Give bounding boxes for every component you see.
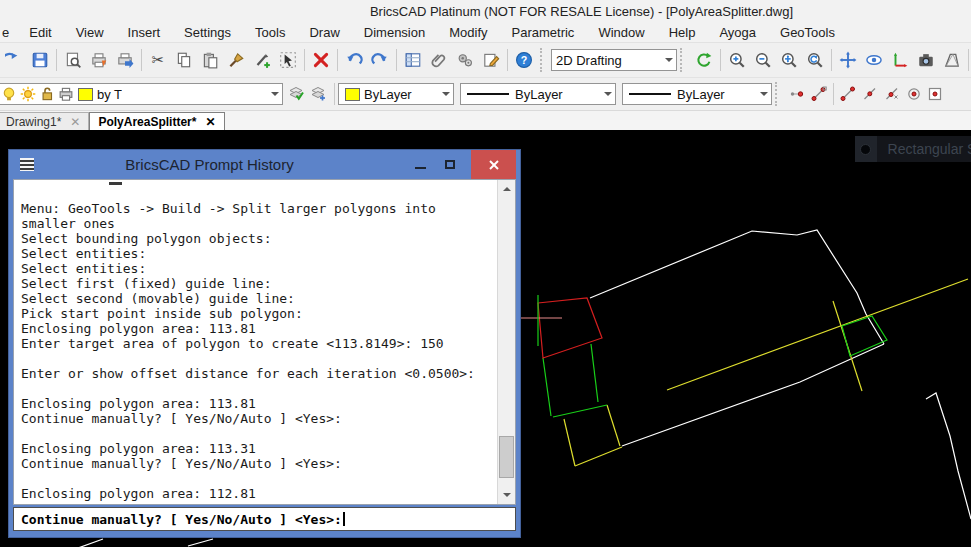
maximize-button[interactable] [435,150,465,179]
toolbar-separator [833,83,834,105]
print-export-icon[interactable] [112,47,138,73]
snap-near-icon[interactable] [881,81,903,107]
realtime-icon[interactable] [861,47,887,73]
close-button[interactable] [471,150,516,179]
scroll-up-icon[interactable] [498,180,515,197]
ucs-icon[interactable] [887,47,913,73]
scroll-down-icon[interactable] [498,487,515,504]
drawing-explorer-icon[interactable] [400,47,426,73]
print-icon[interactable] [86,47,112,73]
menu-dimension[interactable]: Dimension [352,23,437,42]
settings-icon[interactable] [452,47,478,73]
zoom-extents-icon[interactable] [776,47,802,73]
pan-icon[interactable] [835,47,861,73]
snap-box-icon[interactable] [925,81,947,107]
white-bottom-seg1[interactable] [78,539,103,547]
red-sub-polygon[interactable] [538,298,602,358]
green-sub-horizontal[interactable] [553,405,607,417]
menu-help[interactable]: Help [657,23,708,42]
tab-close-icon[interactable]: ✕ [70,115,80,129]
menu-insert[interactable]: Insert [116,23,173,42]
undo-icon[interactable] [341,47,367,73]
snap-seg-icon[interactable] [808,81,830,107]
workspace-combobox[interactable]: 2D Drafting [551,49,677,71]
layers-check-icon[interactable] [285,81,307,107]
select-icon[interactable] [275,47,301,73]
white-boundary-bottom[interactable] [622,344,884,446]
menu-ayoga[interactable]: Ayoga [707,23,768,42]
zoom-in-icon[interactable] [724,47,750,73]
toolbar-separator [396,49,397,71]
chevron-down-icon[interactable] [438,88,453,100]
menu-tools[interactable]: Tools [243,23,297,42]
green-sub-left1[interactable] [543,358,551,416]
menu-edit[interactable]: Edit [17,23,63,42]
lineweight-combobox[interactable]: ByLayer [622,83,772,105]
snap-mid-icon[interactable] [859,81,881,107]
chevron-down-icon[interactable] [267,88,282,100]
dialog-titlebar[interactable]: BricsCAD Prompt History [13,150,516,179]
regen-icon[interactable] [691,47,717,73]
yellow-sub-left2[interactable] [607,405,620,446]
color-value: ByLayer [364,87,412,102]
format-brush-icon[interactable] [223,47,249,73]
save-icon[interactable] [27,47,53,73]
copy-icon[interactable] [171,47,197,73]
chevron-down-icon[interactable] [661,54,676,66]
yellow-sub-left1[interactable] [564,419,575,466]
prompt-history-console[interactable]: Menu: GeoTools -> Build -> Split larger … [13,179,516,505]
chevron-down-icon[interactable] [600,88,615,100]
menu-draw[interactable]: Draw [297,23,351,42]
menu-parametric[interactable]: Parametric [500,23,587,42]
tab-drawing1[interactable]: Drawing1*✕ [0,112,89,130]
menu-geotools[interactable]: GeoTools [768,23,847,42]
white-boundary-top[interactable] [590,230,884,344]
menu-window[interactable]: Window [586,23,656,42]
chevron-down-icon[interactable] [756,88,771,100]
perspective-icon[interactable] [939,47,965,73]
tab-close-icon[interactable]: ✕ [205,115,215,129]
menu-modify[interactable]: Modify [437,23,499,42]
yellow-long-diagonal[interactable] [667,279,968,390]
green-sub-left2[interactable] [591,344,598,402]
menu-view[interactable]: View [64,23,116,42]
console-line: Select entities: [21,246,493,261]
scrollbar-thumb[interactable] [499,436,514,478]
match-prop-icon[interactable] [249,47,275,73]
snip-mode-icon[interactable] [855,136,877,162]
paste-icon[interactable] [197,47,223,73]
cut-icon[interactable]: ✂ [145,47,171,73]
zoom-out-icon[interactable] [750,47,776,73]
toolbar-drag-handle[interactable] [540,48,546,72]
tab-polyareasplitter[interactable]: PolyAreaSplitter*✕ [89,112,224,130]
white-right-structure[interactable] [926,393,971,519]
white-bottom-seg2[interactable] [188,539,213,546]
command-input-line[interactable]: Continue manually? [ Yes/No/Auto ] <Yes>… [13,507,516,531]
snap-center-icon[interactable] [903,81,925,107]
delete-icon[interactable] [308,47,334,73]
edit-form-icon[interactable] [478,47,504,73]
attach-icon[interactable] [426,47,452,73]
yellow-sub-bottom[interactable] [575,447,622,466]
snap-end-icon[interactable] [786,81,808,107]
console-scrollbar[interactable] [497,180,515,504]
open-partial-icon[interactable] [1,47,27,73]
redo-icon[interactable] [367,47,393,73]
toolbar-drag-handle[interactable] [775,82,781,106]
toolbar-separator [720,49,721,71]
linetype-combobox[interactable]: ByLayer [460,83,616,105]
green-sub-quad-right[interactable] [842,316,887,356]
snap-seg2-icon[interactable] [837,81,859,107]
toolbar-drag-handle[interactable] [680,48,686,72]
minimize-button[interactable] [405,150,435,179]
color-combobox[interactable]: ByLayer [338,83,454,105]
layer-combobox[interactable]: by T [0,83,283,105]
help-icon[interactable]: ? [511,47,537,73]
camera-icon[interactable] [913,47,939,73]
toolbar-separator [56,49,57,71]
zoom-prev-icon[interactable] [802,47,828,73]
menu-settings[interactable]: Settings [172,23,243,42]
print-preview-icon[interactable] [60,47,86,73]
layers-settings-icon[interactable] [307,81,329,107]
menu-e[interactable]: e [0,23,17,42]
